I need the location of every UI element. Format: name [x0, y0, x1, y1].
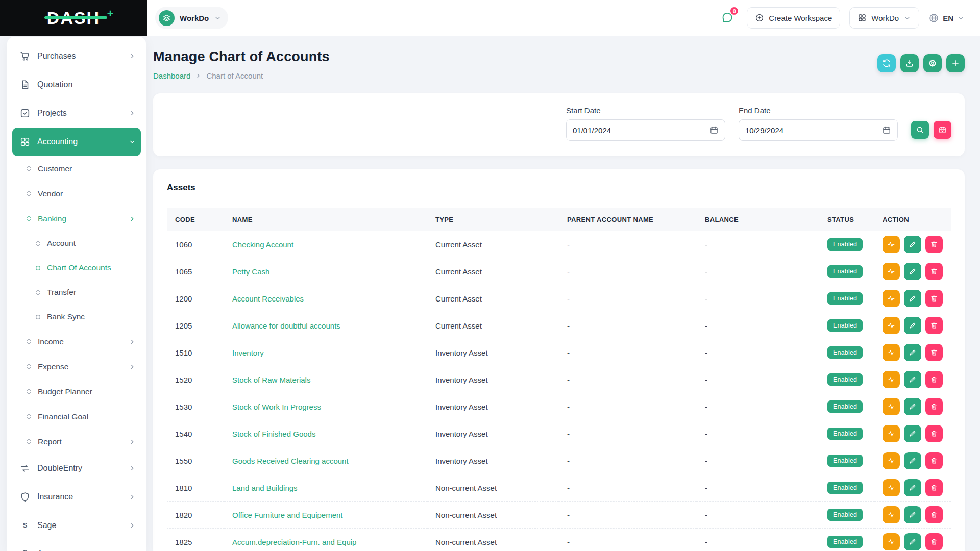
start-date-input[interactable]: 01/01/2024 — [566, 119, 725, 141]
status-badge[interactable]: Enabled — [827, 238, 863, 251]
edit-button[interactable] — [904, 452, 921, 469]
ledger-button[interactable] — [883, 236, 900, 253]
status-badge[interactable]: Enabled — [827, 346, 863, 359]
account-name-link[interactable]: Office Furniture and Equipement — [232, 511, 343, 519]
sidebar-item-banking[interactable]: Banking — [12, 206, 141, 231]
ledger-button[interactable] — [883, 452, 900, 469]
delete-button[interactable] — [925, 533, 943, 550]
sidebar-item-expense[interactable]: Expense — [12, 354, 141, 379]
account-balance: - — [697, 312, 819, 339]
account-name-link[interactable]: Goods Received Clearing account — [232, 457, 349, 465]
delete-button[interactable] — [925, 263, 943, 280]
sidebar-item-vendor[interactable]: Vendor — [12, 181, 141, 206]
ledger-button[interactable] — [883, 371, 900, 388]
ledger-button[interactable] — [883, 317, 900, 334]
status-badge[interactable]: Enabled — [827, 292, 863, 305]
row-actions — [883, 506, 943, 523]
sidebar-item-accounting[interactable]: Accounting — [12, 128, 141, 156]
delete-button[interactable] — [925, 371, 943, 388]
account-name-link[interactable]: Stock of Raw Materials — [232, 375, 310, 384]
sidebar-item-insurance[interactable]: Insurance — [12, 483, 141, 511]
ledger-button[interactable] — [883, 479, 900, 496]
edit-button[interactable] — [904, 344, 921, 361]
edit-button[interactable] — [904, 236, 921, 253]
edit-button[interactable] — [904, 398, 921, 415]
sidebar-item-customer[interactable]: Customer — [12, 156, 141, 181]
sidebar-item-report[interactable]: Report — [12, 429, 141, 454]
edit-button[interactable] — [904, 425, 921, 442]
sidebar-item-financial-goal[interactable]: Financial Goal — [12, 404, 141, 429]
sidebar-item-income[interactable]: Income — [12, 329, 141, 354]
account-name-link[interactable]: Accum.depreciation-Furn. and Equip — [232, 538, 356, 546]
breadcrumb-dashboard-link[interactable]: Dashboard — [153, 71, 190, 80]
delete-button[interactable] — [925, 317, 943, 334]
status-badge[interactable]: Enabled — [827, 455, 863, 467]
delete-button[interactable] — [925, 236, 943, 253]
ledger-button[interactable] — [883, 533, 900, 550]
status-badge[interactable]: Enabled — [827, 536, 863, 548]
sidebar-item-doubleentry[interactable]: DoubleEntry — [12, 454, 141, 483]
settings-button[interactable] — [923, 54, 942, 72]
delete-button[interactable] — [925, 479, 943, 496]
end-date-input[interactable]: 10/29/2024 — [739, 119, 898, 141]
status-badge[interactable]: Enabled — [827, 482, 863, 494]
edit-button[interactable] — [904, 506, 921, 523]
account-name-link[interactable]: Checking Account — [232, 240, 293, 249]
edit-button[interactable] — [904, 371, 921, 388]
edit-button[interactable] — [904, 533, 921, 550]
sidebar-item-quotation[interactable]: Quotation — [12, 70, 141, 99]
brand-logo[interactable]: DASH — [0, 0, 147, 36]
search-button[interactable] — [911, 121, 929, 139]
sidebar-item-chart-of-accounts[interactable]: Chart Of Accounts — [12, 256, 141, 280]
ledger-button[interactable] — [883, 398, 900, 415]
reset-filter-button[interactable] — [934, 121, 951, 139]
create-workspace-button[interactable]: Create Workspace — [747, 7, 840, 29]
account-name-link[interactable]: Account Receivables — [232, 294, 304, 303]
delete-button[interactable] — [925, 344, 943, 361]
delete-button[interactable] — [925, 398, 943, 415]
sidebar-item-projects[interactable]: Projects — [12, 99, 141, 128]
language-selector[interactable]: EN — [928, 13, 965, 23]
account-name-link[interactable]: Stock of Finished Goods — [232, 430, 315, 438]
status-badge[interactable]: Enabled — [827, 428, 863, 440]
account-name-link[interactable]: Allowance for doubtful accounts — [232, 321, 340, 330]
ledger-button[interactable] — [883, 263, 900, 280]
add-account-button[interactable] — [946, 54, 965, 72]
status-badge[interactable]: Enabled — [827, 265, 863, 278]
sidebar-item-transfer[interactable]: Transfer — [12, 280, 141, 305]
ledger-button[interactable] — [883, 506, 900, 523]
refresh-button[interactable] — [877, 54, 896, 72]
account-name-link[interactable]: Inventory — [232, 348, 264, 357]
delete-button[interactable] — [925, 425, 943, 442]
status-badge[interactable]: Enabled — [827, 509, 863, 521]
status-badge[interactable]: Enabled — [827, 400, 863, 413]
account-name-link[interactable]: Petty Cash — [232, 267, 270, 276]
delete-button[interactable] — [925, 290, 943, 307]
ledger-button[interactable] — [883, 425, 900, 442]
sidebar-item-bank-sync[interactable]: Bank Sync — [12, 305, 141, 329]
import-button[interactable] — [900, 54, 919, 72]
ledger-button[interactable] — [883, 344, 900, 361]
edit-button[interactable] — [904, 317, 921, 334]
calendar-icon[interactable] — [709, 126, 719, 135]
sidebar-item-budget-planner[interactable]: Budget Planner — [12, 379, 141, 404]
delete-button[interactable] — [925, 506, 943, 523]
sidebar-item-sage[interactable]: S Sage — [12, 511, 141, 540]
activity-icon — [887, 294, 895, 303]
account-name-link[interactable]: Land and Buildings — [232, 484, 298, 492]
account-name-link[interactable]: Stock of Work In Progress — [232, 403, 321, 411]
sidebar-item-purchases[interactable]: Purchases — [12, 42, 141, 70]
sidebar-item-assets[interactable]: Assets — [12, 540, 141, 551]
status-badge[interactable]: Enabled — [827, 373, 863, 386]
status-badge[interactable]: Enabled — [827, 319, 863, 332]
account-menu-button[interactable]: WorkDo — [849, 7, 919, 29]
sidebar-item-account[interactable]: Account — [12, 231, 141, 256]
edit-button[interactable] — [904, 263, 921, 280]
calendar-icon[interactable] — [882, 126, 891, 135]
ledger-button[interactable] — [883, 290, 900, 307]
messages-button[interactable]: 0 — [717, 8, 738, 28]
edit-button[interactable] — [904, 290, 921, 307]
edit-button[interactable] — [904, 479, 921, 496]
delete-button[interactable] — [925, 452, 943, 469]
workspace-switcher[interactable]: WorkDo — [155, 7, 228, 29]
